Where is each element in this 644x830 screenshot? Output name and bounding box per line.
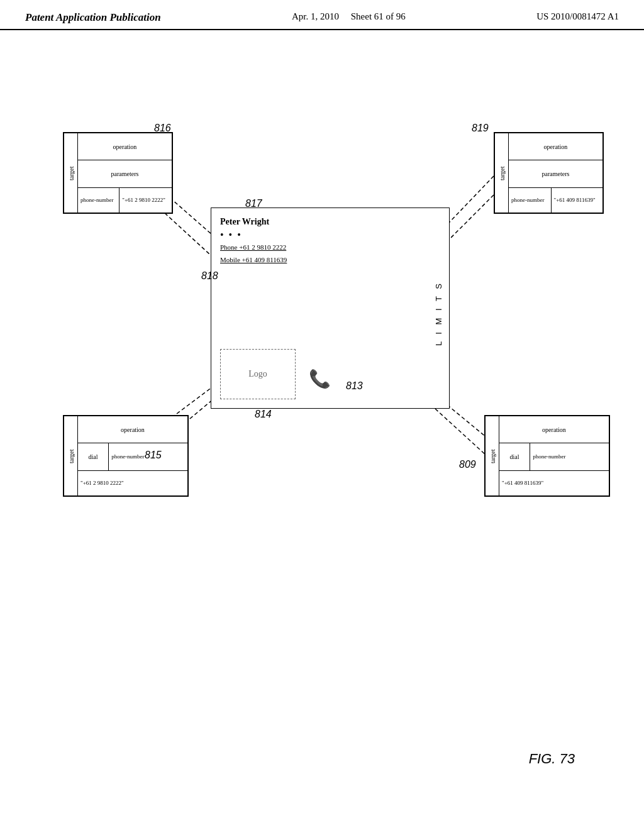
limits-text: L I M I T S: [434, 220, 443, 346]
diagram-area: target operation parameters phone-number…: [31, 75, 613, 786]
label-816: 816: [154, 123, 171, 134]
page-header: Patent Application Publication Apr. 1, 2…: [0, 0, 644, 30]
publication-title: Patent Application Publication: [25, 11, 161, 24]
contact-phone: Phone +61 2 9810 2222: [220, 243, 286, 251]
label-818: 818: [201, 270, 218, 282]
table-bottom-left: target operation dial phone-number "+61 …: [63, 415, 189, 497]
contact-name: Peter Wright: [220, 217, 440, 227]
sheet-info: Sheet 61 of 96: [351, 11, 406, 21]
header-center: Apr. 1, 2010 Sheet 61 of 96: [292, 11, 406, 22]
label-817: 817: [245, 198, 262, 209]
table-top-right: target operation parameters phone-number…: [494, 132, 604, 214]
table-bottom-right: target operation dial phone-number "+61 …: [484, 415, 610, 497]
label-813: 813: [346, 380, 363, 392]
interaction-icon: 📞: [309, 368, 331, 389]
pub-date: Apr. 1, 2010: [292, 11, 339, 21]
contact-dots: • • •: [220, 230, 440, 241]
label-815: 815: [145, 450, 162, 461]
logo-box: Logo: [220, 349, 296, 399]
fig-label: FIG. 73: [529, 751, 575, 767]
contact-card: Peter Wright • • • Phone +61 2 9810 2222…: [211, 208, 450, 409]
patent-number: US 2010/0081472 A1: [536, 11, 619, 22]
label-819: 819: [472, 123, 489, 134]
table-top-left: target operation parameters phone-number…: [63, 132, 173, 214]
logo-text: Logo: [248, 369, 267, 379]
contact-mobile: Mobile +61 409 811639: [220, 256, 287, 263]
label-814: 814: [255, 409, 272, 420]
label-809: 809: [459, 459, 476, 470]
